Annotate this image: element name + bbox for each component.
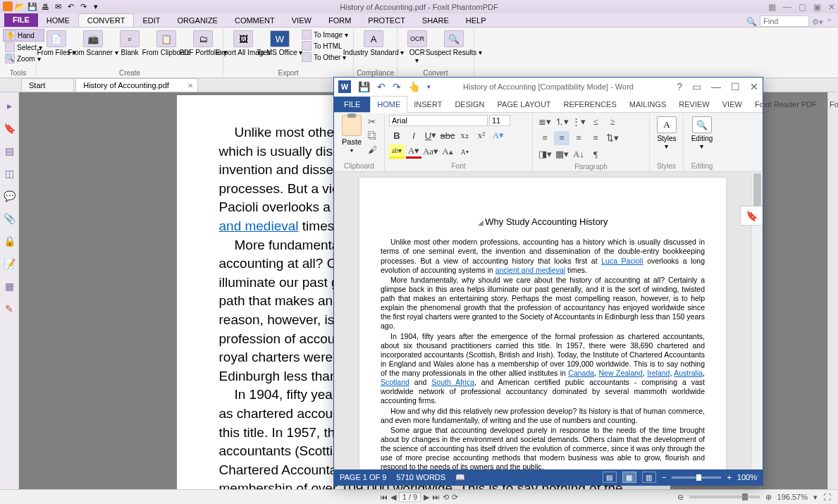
wtab-insert[interactable]: INSERT [407, 97, 448, 112]
bookmark-tab-icon[interactable]: 🔖 [740, 206, 763, 226]
find-input[interactable] [760, 16, 809, 27]
undo-icon[interactable]: ↶ [65, 1, 76, 13]
text-effects-button[interactable]: A▾ [491, 128, 506, 142]
attachments-icon[interactable]: 📎 [3, 212, 16, 225]
redo-icon[interactable]: ↷ [78, 1, 89, 13]
align-right-button[interactable]: ≡ [571, 131, 586, 145]
editing-button[interactable]: 🔍Editing▾ [688, 115, 716, 161]
maximize-child-icon[interactable]: ▣ [813, 2, 821, 12]
tab-edit[interactable]: EDIT [134, 14, 168, 27]
copy-icon[interactable]: ⿻ [368, 130, 377, 141]
align-left-button[interactable]: ≡ [537, 131, 553, 145]
wtab-foxitreader[interactable]: Foxit Reader PDF [748, 97, 823, 112]
wlink-australia[interactable]: Australia [674, 369, 703, 377]
wtab-references[interactable]: REFERENCES [557, 97, 623, 112]
word-document-area[interactable]: ◢ Why Study Accounting History Unlike mo… [334, 172, 763, 469]
wtab-foxitpdf[interactable]: Foxit PDF [823, 97, 838, 112]
font-color-button[interactable]: A▾ [406, 145, 421, 159]
redo-icon[interactable]: ↷ [393, 81, 401, 92]
wlink-nz[interactable]: New Zealand [599, 369, 643, 377]
paste-button[interactable]: Paste▾ [338, 115, 365, 161]
first-page-icon[interactable]: ⏮ [380, 493, 388, 501]
tab-protect[interactable]: PROTECT [359, 14, 414, 27]
collapse-ribbon-icon[interactable]: ⌃ [754, 474, 760, 483]
search-icon[interactable]: 🔍 [746, 17, 757, 27]
wlink-sa[interactable]: South Africa [431, 378, 474, 386]
strikethrough-button[interactable]: abc [440, 128, 455, 142]
open-icon[interactable]: 📂 [14, 1, 25, 13]
minimize-icon[interactable]: ― [783, 2, 791, 12]
zoom-slider[interactable] [672, 477, 721, 479]
shrink-font-button[interactable]: A▾ [457, 145, 472, 159]
pdf-portfolio-button[interactable]: 🗂PDF Portfolio ▾ [186, 29, 220, 58]
ribbon-collapse-icon[interactable]: ⌃ [826, 18, 832, 27]
tab-share[interactable]: SHARE [414, 14, 457, 27]
restore-icon[interactable]: ▢ [799, 2, 806, 12]
zoom-in-icon[interactable]: + [727, 473, 731, 481]
bullets-button[interactable]: ≣▾ [537, 115, 553, 129]
print-layout-icon[interactable]: ▦ [622, 472, 636, 483]
measure-icon[interactable]: ✎ [3, 302, 16, 315]
next-page-icon[interactable]: ▶ [424, 493, 429, 502]
settings-icon[interactable]: ⚙▾ [812, 18, 823, 27]
maximize-icon[interactable]: ☐ [731, 81, 740, 92]
qat-dropdown-icon[interactable]: ▾ [90, 1, 101, 13]
change-case-button[interactable]: Aa▾ [423, 145, 438, 159]
layers-icon[interactable]: ◫ [3, 167, 16, 180]
undo-icon[interactable]: ↶ [377, 81, 386, 92]
read-mode-icon[interactable]: ▤ [603, 472, 617, 483]
security-icon[interactable]: 🔒 [3, 235, 16, 247]
zoom-slider[interactable] [689, 496, 760, 498]
fit-width-icon[interactable]: ⛶ [823, 493, 831, 501]
help-icon[interactable]: ? [677, 81, 682, 92]
wlink-ancient[interactable]: ancient and medieval [495, 266, 565, 274]
web-layout-icon[interactable]: ▥ [642, 472, 656, 483]
subscript-button[interactable]: x₂ [457, 128, 472, 142]
wlink-ireland[interactable]: Ireland [647, 369, 670, 377]
word-count[interactable]: 5710 WORDS [396, 473, 445, 481]
bookmarks-icon[interactable]: 🔖 [3, 122, 16, 135]
from-scanner-button[interactable]: 📠From Scanner ▾ [76, 29, 110, 58]
wtab-design[interactable]: DESIGN [448, 97, 491, 112]
borders-button[interactable]: ▦▾ [554, 147, 569, 161]
shading-button[interactable]: ◨▾ [537, 147, 553, 161]
tab-convert[interactable]: CONVERT [78, 13, 135, 27]
wtab-review[interactable]: REVIEW [672, 97, 715, 112]
qat-dropdown-icon[interactable]: ▾ [427, 83, 431, 90]
page-input[interactable]: 1 / 9 [399, 492, 421, 502]
multilevel-button[interactable]: ⋮▾ [571, 115, 586, 129]
italic-button[interactable]: I [406, 128, 421, 142]
tab-form[interactable]: FORM [320, 14, 359, 27]
sort-button[interactable]: A↓ [571, 147, 586, 161]
wlink-scotland[interactable]: Scotland [381, 378, 409, 386]
format-painter-icon[interactable]: 🖌 [368, 145, 377, 155]
last-page-icon[interactable]: ⏭ [432, 493, 440, 501]
underline-button[interactable]: U▾ [423, 128, 438, 142]
zoom-in-icon[interactable]: ⊕ [765, 493, 772, 502]
font-name-input[interactable] [389, 115, 488, 126]
touch-mode-icon[interactable]: 👆 [408, 81, 420, 92]
tab-organize[interactable]: ORGANIZE [169, 14, 226, 27]
increase-indent-button[interactable]: ≥ [605, 115, 620, 129]
cut-icon[interactable]: ✂ [368, 116, 377, 127]
wtab-file[interactable]: FILE [334, 97, 370, 112]
comments-icon[interactable]: 💬 [3, 190, 16, 202]
save-icon[interactable]: 💾 [27, 1, 38, 13]
page-indicator[interactable]: PAGE 1 OF 9 [340, 473, 386, 481]
foxit-scrollbar[interactable] [827, 92, 838, 489]
numbering-button[interactable]: ⒈▾ [554, 115, 569, 129]
line-spacing-button[interactable]: ⇅▾ [605, 131, 620, 145]
close-icon[interactable]: ✕ [750, 81, 758, 92]
zoom-out-icon[interactable]: ⊖ [677, 493, 684, 502]
superscript-button[interactable]: x² [474, 128, 489, 142]
signatures-icon[interactable]: 📝 [3, 257, 16, 270]
minimize-icon[interactable]: ― [711, 81, 721, 92]
wlink-pacioli[interactable]: Luca Pacioli [601, 257, 643, 265]
prev-page-icon[interactable]: ◀ [390, 493, 396, 502]
wtab-home[interactable]: HOME [370, 96, 407, 113]
bold-button[interactable]: B [389, 128, 405, 142]
doctab-history[interactable]: History of Accounting.pdf✕ [75, 78, 198, 92]
email-icon[interactable]: ✉ [52, 1, 63, 13]
font-size-input[interactable] [489, 115, 510, 126]
wtab-mailings[interactable]: MAILINGS [623, 97, 673, 112]
